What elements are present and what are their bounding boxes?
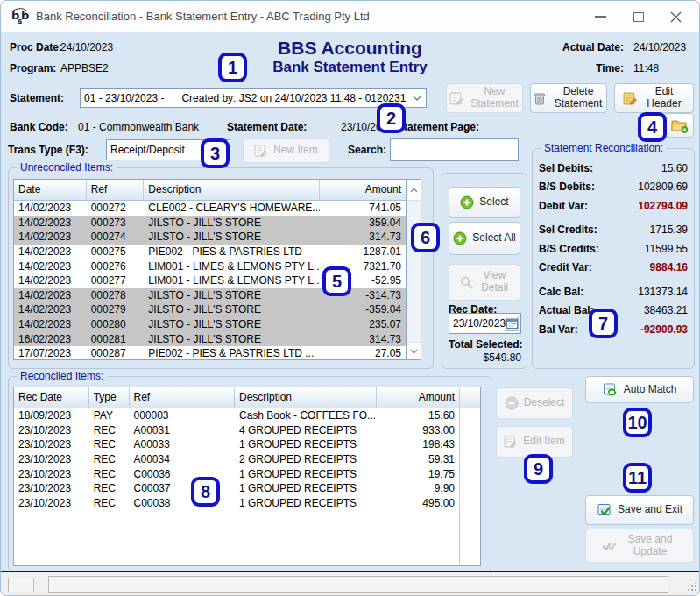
cell-ref: 000279 [87, 303, 145, 316]
column-header-amount[interactable]: Amount [377, 387, 459, 408]
actual-date-label: Actual Date: [562, 41, 624, 53]
cell-date: 14/02/2023 [14, 245, 87, 258]
scroll-up-icon[interactable] [407, 180, 421, 201]
cell-ref: 000003 [130, 409, 236, 422]
cell-date: 14/02/2023 [14, 303, 87, 316]
cell-description: JILSTO - JILL'S STORE [144, 318, 320, 330]
cell-date: 14/02/2023 [14, 274, 87, 287]
new-statement-button[interactable]: New Statement [446, 83, 523, 113]
calendar-icon[interactable] [506, 316, 519, 331]
column-header-ref[interactable]: Ref [130, 387, 236, 408]
select-button[interactable]: Select [449, 187, 520, 218]
annotation-badge-8: 8 [191, 477, 220, 507]
auto-match-label: Auto Match [624, 384, 677, 396]
cell-rec-date: 23/10/2023 [14, 424, 89, 436]
table-row[interactable]: 23/10/2023 REC C00036 1 GROUPED RECEIPTS… [14, 466, 459, 481]
cell-ref: 000273 [87, 216, 145, 229]
column-header-rec-date[interactable]: Rec Date [14, 387, 89, 408]
reconciliation-value: -92909.93 [640, 323, 688, 336]
cell-ref: C00036 [130, 468, 236, 480]
table-row[interactable]: 14/02/2023 000274 JILSTO - JILL'S STORE … [14, 230, 406, 245]
edit-header-icon [623, 91, 638, 106]
cell-type: REC [89, 453, 130, 465]
scroll-strip-track [460, 408, 480, 565]
search-input[interactable] [390, 138, 519, 161]
table-row[interactable]: 23/10/2023 REC A00031 4 GROUPED RECEIPTS… [14, 423, 459, 438]
svg-text:b: b [21, 9, 29, 22]
cell-description: 1 GROUPED RECEIPTS [235, 468, 377, 480]
cell-amount: 235.07 [320, 318, 406, 330]
cell-rec-date: 23/10/2023 [14, 438, 89, 451]
table-row[interactable]: 23/10/2023 REC A00034 2 GROUPED RECEIPTS… [14, 452, 459, 467]
magnifier-icon [459, 275, 474, 290]
cell-ref: A00033 [130, 438, 236, 451]
minimize-button[interactable] [585, 4, 615, 30]
status-bar [1, 572, 699, 595]
edit-header-button[interactable]: Edit Header [614, 83, 694, 113]
new-statement-icon [449, 91, 464, 106]
cell-rec-date: 18/09/2023 [14, 409, 89, 422]
reconciliation-value: 9884.16 [650, 261, 688, 273]
table-row[interactable]: 16/02/2023 000281 JILSTO - JILL'S STORE … [14, 331, 406, 346]
cell-date: 14/02/2023 [14, 231, 87, 243]
cell-amount: 27.05 [320, 347, 406, 359]
table-row[interactable]: 14/02/2023 000279 JILSTO - JILL'S STORE … [14, 302, 406, 317]
table-row[interactable]: 14/02/2023 000275 PIE002 - PIES & PASTRI… [14, 245, 406, 259]
view-detail-button[interactable]: View Detail [449, 264, 520, 301]
reconciled-table-header: Rec Date Type Ref Description Amount [14, 387, 459, 408]
unreconciled-table-header: Date Ref Description Amount [14, 180, 406, 201]
cell-description: JILSTO - JILL'S STORE [144, 333, 320, 345]
annotation-badge-7: 7 [589, 309, 618, 338]
table-row[interactable]: 18/09/2023 PAY 000003 Cash Book - COFFEE… [14, 408, 459, 423]
reconciliation-value: 11599.55 [645, 243, 688, 255]
reconciliation-label: Bal Var: [539, 323, 578, 336]
new-statement-label: New Statement [470, 86, 520, 110]
table-row[interactable]: 23/10/2023 REC C00038 1 GROUPED RECEIPTS… [14, 496, 459, 511]
scroll-down-icon[interactable] [407, 342, 421, 359]
cell-description: PIE002 - PIES & PASTRIES LTD [144, 245, 320, 258]
maximize-button[interactable] [624, 4, 654, 30]
statement-dropdown[interactable]: 01 - 23/10/2023 - Created by: JS2 on 24/… [80, 88, 427, 108]
column-header-date[interactable]: Date [14, 180, 87, 200]
chevron-down-icon [413, 96, 426, 101]
column-header-description[interactable]: Description [144, 180, 320, 200]
cell-amount: 15.60 [377, 409, 459, 422]
cell-amount: 741.05 [320, 202, 406, 214]
column-header-ref[interactable]: Ref [87, 180, 145, 200]
table-row[interactable]: 23/10/2023 REC C00037 1 GROUPED RECEIPTS… [14, 481, 459, 496]
table-row[interactable]: 14/02/2023 000273 JILSTO - JILL'S STORE … [14, 216, 406, 231]
table-row[interactable]: 14/02/2023 000280 JILSTO - JILL'S STORE … [14, 317, 406, 332]
column-header-description[interactable]: Description [235, 387, 377, 408]
reconciled-table-body: 18/09/2023 PAY 000003 Cash Book - COFFEE… [14, 408, 459, 510]
deselect-button[interactable]: Deselect [496, 387, 573, 419]
column-header-amount[interactable]: Amount [320, 180, 406, 200]
statement-date-label: Statement Date: [227, 121, 307, 133]
edit-header-label: Edit Header [643, 86, 685, 110]
edit-item-button[interactable]: Edit Item [496, 426, 573, 458]
bank-code-label: Bank Code: [10, 121, 68, 133]
select-all-button[interactable]: Select All [449, 222, 520, 255]
save-and-exit-label: Save and Exit [618, 504, 682, 516]
resize-grip[interactable] [687, 583, 696, 592]
cell-ref: 000281 [87, 333, 145, 345]
delete-statement-button[interactable]: Delete Statement [530, 83, 607, 113]
app-logo-icon: b s b [11, 8, 29, 25]
save-and-update-button[interactable]: Save and Update [585, 529, 694, 563]
save-and-exit-button[interactable]: Save and Exit [585, 495, 694, 525]
auto-match-button[interactable]: Auto Match [585, 376, 694, 403]
unreconciled-group-title: Unreconciled Items: [17, 161, 117, 174]
new-item-button[interactable]: New Item [243, 138, 329, 163]
table-row[interactable]: 23/10/2023 REC A00033 1 GROUPED RECEIPTS… [14, 437, 459, 452]
rec-date-input[interactable]: 23/10/2023 [449, 313, 521, 334]
unreconciled-scrollbar[interactable] [406, 180, 421, 359]
select-label: Select [479, 196, 508, 209]
reconciliation-label: Sel Credits: [539, 224, 597, 236]
attach-statement-button[interactable] [665, 113, 694, 138]
reconciliation-row: Credit Var: 9884.16 [532, 259, 695, 278]
cell-ref: 000275 [87, 245, 145, 258]
table-row[interactable]: 14/02/2023 000272 CLE002 - CLEARY'S HOME… [14, 201, 406, 216]
table-row[interactable]: 17/07/2023 000287 PIE002 - PIES & PASTRI… [14, 346, 406, 360]
close-button[interactable] [661, 4, 690, 30]
status-cell-main [48, 576, 668, 593]
column-header-type[interactable]: Type [89, 387, 130, 408]
